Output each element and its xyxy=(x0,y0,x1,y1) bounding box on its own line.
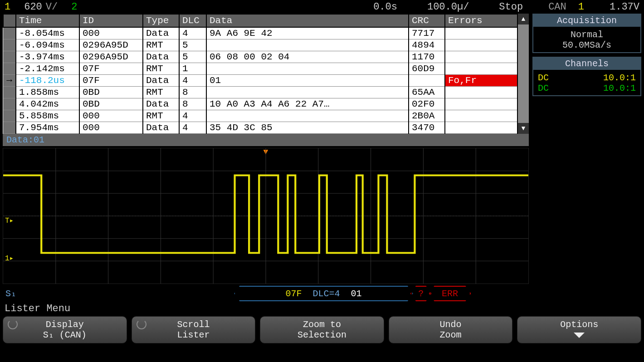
top-status-bar: 1 620V/ 2 0.0s 100.0µ/ Stop CAN 1 1.37V xyxy=(0,0,644,14)
col-data: Data xyxy=(206,14,409,27)
row-pointer xyxy=(3,98,16,110)
rotary-icon xyxy=(8,319,18,329)
time-div: 100.0µ/ xyxy=(427,1,469,13)
ch2-indicator: 2 xyxy=(71,1,77,13)
rotary-icon xyxy=(137,319,146,329)
acq-rate: 50.0MSa/s xyxy=(533,40,640,50)
data-label: Data:01 xyxy=(3,134,529,146)
col-time: Time xyxy=(16,14,79,27)
softkey-undo-zoom[interactable]: UndoZoom xyxy=(389,316,513,343)
scroll-down-button[interactable]: ▼ xyxy=(518,123,529,134)
decode-unknown: ? xyxy=(410,286,431,301)
softkey-display[interactable]: DisplayS₁ (CAN) xyxy=(3,316,127,343)
softkey-zoom-to-selection[interactable]: Zoom toSelection xyxy=(260,316,384,343)
lister-table-wrap: Time ID Type DLC Data CRC Errors -8.054m… xyxy=(3,14,529,134)
channel-row: DC 10.0:1 xyxy=(533,83,640,93)
acquisition-title: Acquisition xyxy=(533,15,640,27)
table-row[interactable]: 4.042ms0BDData810 A0 A3 A4 A6 22 A7…02F0 xyxy=(3,98,517,110)
waveform-display[interactable]: ▼ T▸ 1▸ xyxy=(3,148,529,284)
decode-error: ERR xyxy=(429,286,471,301)
softkey-scroll[interactable]: ScrollLister xyxy=(132,316,256,343)
col-id: ID xyxy=(79,14,143,27)
chevron-down-icon xyxy=(574,333,585,338)
channels-title: Channels xyxy=(533,58,640,70)
col-type: Type xyxy=(143,14,179,27)
serial-bus-label: S₁ xyxy=(5,288,16,299)
row-pointer xyxy=(3,87,16,98)
softkey-options[interactable]: Options xyxy=(517,316,641,343)
lister-header-row: Time ID Type DLC Data CRC Errors xyxy=(3,14,517,27)
row-pointer xyxy=(3,51,16,63)
table-row[interactable]: -3.974ms0296A95DData506 08 00 02 041170 xyxy=(3,51,517,63)
time-offset: 0.0s xyxy=(373,1,397,13)
table-row[interactable]: -6.094ms0296A95DRMT54894 xyxy=(3,39,517,51)
acquisition-panel: Acquisition Normal 50.0MSa/s xyxy=(532,14,641,53)
measurement: 1.37V xyxy=(610,1,639,13)
lister-table[interactable]: Time ID Type DLC Data CRC Errors -8.054m… xyxy=(3,14,518,134)
decode-bar: S₁ 07F DLC=4 01 ? ERR xyxy=(3,286,529,301)
col-errors: Errors xyxy=(445,14,517,27)
channels-panel: Channels DC 10.0:1 DC 10.0:1 xyxy=(532,57,641,96)
vdiv-value: 620 xyxy=(24,1,42,13)
bus-channel: 1 xyxy=(578,1,584,13)
menu-title: Lister Menu xyxy=(0,301,644,316)
ch1-indicator: 1 xyxy=(5,1,10,13)
table-row[interactable]: -8.054ms000Data49A A6 9E 427717 xyxy=(3,27,517,39)
row-pointer xyxy=(3,122,16,134)
row-pointer: → xyxy=(3,75,16,87)
table-row[interactable]: 5.858ms000RMT42B0A xyxy=(3,110,517,122)
row-pointer xyxy=(3,63,16,75)
decode-frame: 07F DLC=4 01 xyxy=(234,286,413,301)
table-row[interactable]: 1.858ms0BDRMT865AA xyxy=(3,87,517,98)
channel-row: DC 10.0:1 xyxy=(533,73,640,83)
run-state: Stop xyxy=(499,1,523,13)
row-pointer xyxy=(3,39,16,51)
col-crc: CRC xyxy=(409,14,445,27)
scroll-up-button[interactable]: ▲ xyxy=(518,14,529,24)
table-row[interactable]: -2.142ms07FRMT160D9 xyxy=(3,63,517,75)
row-pointer xyxy=(3,110,16,122)
col-dlc: DLC xyxy=(179,14,206,27)
lister-scrollbar[interactable]: ▲ ▼ xyxy=(518,14,529,134)
bus-label: CAN xyxy=(548,1,566,13)
table-row[interactable]: 7.954ms000Data435 4D 3C 853470 xyxy=(3,122,517,134)
row-pointer xyxy=(3,27,16,39)
softkey-bar: DisplayS₁ (CAN) ScrollLister Zoom toSele… xyxy=(0,316,644,346)
acq-mode: Normal xyxy=(533,29,640,40)
table-row[interactable]: →-118.2us07FData401Fo,Fr xyxy=(3,75,517,87)
